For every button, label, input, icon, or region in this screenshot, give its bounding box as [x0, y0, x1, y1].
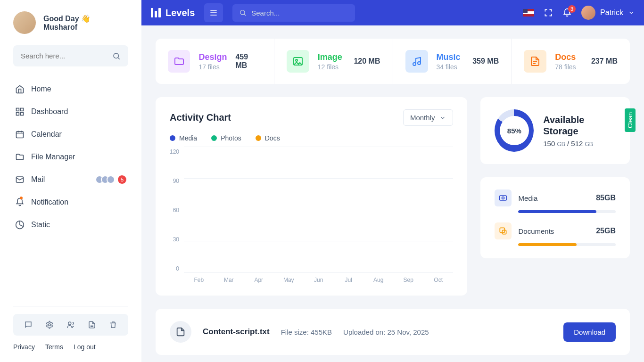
topbar: Levels 3 Patrick — [141, 0, 644, 25]
card-sub: 17 files — [198, 63, 227, 71]
content: Design17 files459 MBImage12 files120 MBM… — [141, 25, 644, 362]
clean-button[interactable]: Clean — [625, 108, 636, 132]
notif-dot-icon — [20, 197, 23, 199]
svg-rect-5 — [17, 132, 24, 138]
brand-name: Levels — [165, 8, 195, 18]
nav-label: Calendar — [31, 130, 62, 139]
brand[interactable]: Levels — [151, 8, 195, 18]
file-button[interactable] — [86, 319, 98, 331]
mail-icon — [15, 175, 25, 184]
file-icon — [170, 321, 191, 343]
file-panel: Content-script.txt File size: 455KB Uplo… — [156, 309, 630, 355]
footer-links: Privacy Terms Log out — [13, 343, 128, 351]
download-button[interactable]: Download — [563, 322, 616, 342]
activity-chart-panel: Activity Chart Monthly MediaPhotosDocs 1… — [156, 97, 467, 296]
stat-card[interactable]: Music34 files359 MB — [393, 39, 512, 84]
users-button[interactable] — [65, 319, 77, 331]
menu-toggle[interactable] — [204, 3, 223, 22]
language-flag[interactable] — [523, 9, 534, 16]
folder-icon — [168, 50, 190, 73]
card-size: 237 MB — [591, 57, 618, 66]
usage-item: Media85GB — [495, 189, 616, 213]
nav-label: Dashboard — [31, 107, 68, 116]
svg-point-16 — [502, 197, 504, 199]
user-menu[interactable]: Patrick — [581, 6, 635, 20]
nav-label: Mail — [31, 175, 45, 184]
nav-file-manager[interactable]: File Manager — [13, 148, 128, 166]
nav-label: File Manager — [31, 153, 75, 161]
svg-rect-4 — [21, 113, 24, 115]
top-search — [232, 4, 355, 22]
stat-card[interactable]: Image12 files120 MB — [274, 39, 393, 84]
storage-caps: 150 GB / 512 GB — [543, 140, 616, 148]
svg-rect-15 — [500, 196, 507, 200]
usage-bar — [518, 243, 616, 246]
avatar — [13, 11, 36, 34]
svg-rect-3 — [17, 113, 19, 115]
nav-dashboard[interactable]: Dashboard — [13, 102, 128, 121]
home-icon — [15, 84, 25, 94]
card-title: Docs — [555, 52, 576, 62]
legend-item: Docs — [256, 134, 280, 142]
grid-icon — [15, 107, 25, 116]
mail-badge: 5 — [118, 175, 126, 184]
stat-cards: Design17 files459 MBImage12 files120 MBM… — [156, 39, 630, 84]
profile: Good Day 👋 Musharof — [13, 11, 128, 34]
nav-home[interactable]: Home — [13, 80, 128, 99]
user-avatar — [581, 6, 595, 20]
chat-button[interactable] — [22, 319, 34, 331]
storage-percent: 85% — [507, 127, 521, 135]
sidebar-actions — [13, 314, 128, 336]
notifications-button[interactable]: 3 — [562, 8, 572, 17]
search-icon — [112, 52, 121, 60]
sidebar-nav: Home Dashboard Calendar File Manager Mai… — [13, 80, 128, 298]
svg-point-9 — [68, 322, 71, 325]
svg-rect-2 — [21, 108, 24, 111]
nav-label: Notification — [31, 198, 68, 206]
stat-card[interactable]: Docs78 files237 MB — [512, 39, 630, 84]
image-icon — [287, 50, 309, 73]
nav-notification[interactable]: Notification — [13, 193, 128, 212]
chart-filter-label: Monthly — [410, 114, 435, 122]
svg-point-0 — [114, 53, 119, 58]
nav-label: Static — [31, 221, 50, 229]
svg-rect-1 — [17, 108, 19, 111]
user-name: Musharof — [43, 23, 91, 32]
card-title: Music — [437, 52, 461, 62]
card-size: 459 MB — [235, 53, 261, 70]
terms-link[interactable]: Terms — [45, 343, 63, 351]
file-uploaded: Uploaded on: 25 Nov, 2025 — [343, 328, 429, 336]
usage-icon — [495, 189, 512, 206]
chart-bars — [184, 147, 453, 273]
legend-item: Media — [170, 134, 197, 142]
nav-calendar[interactable]: Calendar — [13, 125, 128, 144]
card-title: Image — [318, 52, 342, 62]
calendar-icon — [15, 130, 25, 139]
card-sub: 78 files — [555, 63, 576, 71]
chevron-down-icon — [628, 9, 635, 16]
usage-item: Documents25GB — [495, 222, 616, 246]
trash-button[interactable] — [107, 319, 119, 331]
privacy-link[interactable]: Privacy — [13, 343, 35, 351]
svg-point-8 — [49, 324, 51, 326]
nav-mail[interactable]: Mail 5 — [13, 170, 128, 189]
svg-point-12 — [296, 59, 297, 61]
chart-filter[interactable]: Monthly — [403, 109, 454, 126]
greeting: Good Day 👋 — [43, 14, 91, 23]
fullscreen-icon[interactable] — [544, 8, 553, 17]
stat-card[interactable]: Design17 files459 MB — [156, 39, 274, 84]
sidebar: Good Day 👋 Musharof Home Dashboard Calen… — [0, 0, 141, 362]
pie-icon — [15, 220, 25, 230]
file-name: Content-script.txt — [203, 327, 270, 337]
card-sub: 12 files — [318, 63, 342, 71]
sidebar-search-input[interactable] — [13, 45, 128, 66]
svg-point-10 — [240, 10, 245, 15]
sidebar-search — [13, 45, 128, 66]
user-name: Patrick — [600, 8, 623, 17]
settings-button[interactable] — [43, 319, 56, 331]
chart-grid — [184, 147, 453, 273]
top-search-input[interactable] — [232, 4, 355, 22]
card-size: 120 MB — [354, 57, 380, 66]
nav-static[interactable]: Static — [13, 215, 128, 234]
logout-link[interactable]: Log out — [74, 343, 96, 351]
